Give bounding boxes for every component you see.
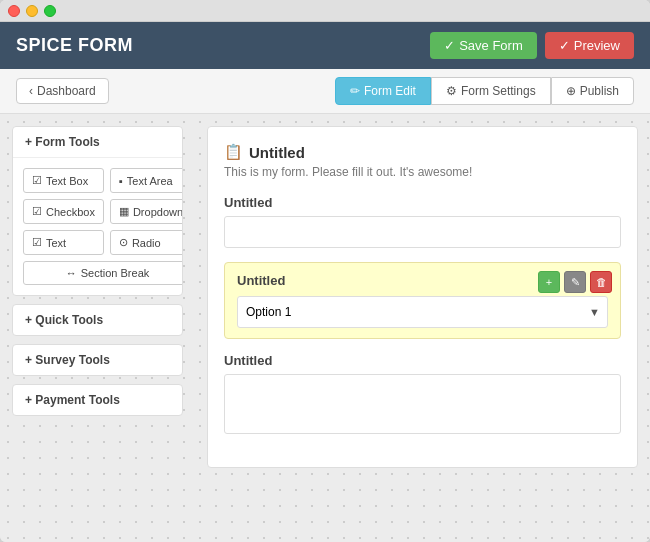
quick-tools-header[interactable]: + Quick Tools — [13, 305, 182, 335]
tab-publish[interactable]: ⊕ Publish — [551, 77, 634, 105]
section-break-icon: ↔ — [66, 267, 77, 279]
check-icon: ✓ — [444, 38, 455, 53]
radio-icon: ⊙ — [119, 236, 128, 249]
form-panel: 📋 Untitled This is my form. Please fill … — [207, 126, 638, 468]
publish-icon: ⊕ — [566, 84, 576, 98]
field-2-dropdown[interactable]: Option 1 — [237, 296, 608, 328]
field-2-actions: + ✎ 🗑 — [538, 271, 612, 293]
field-1-input[interactable] — [224, 216, 621, 248]
form-description: This is my form. Please fill it out. It'… — [224, 165, 621, 179]
field-2-edit-button[interactable]: ✎ — [564, 271, 586, 293]
form-tools-header[interactable]: + Form Tools — [13, 127, 182, 158]
textbox-icon: ☑ — [32, 174, 42, 187]
check-icon-preview: ✓ — [559, 38, 570, 53]
checkbox-tool[interactable]: ☑ Checkbox — [23, 199, 104, 224]
checkbox-icon: ☑ — [32, 205, 42, 218]
preview-button[interactable]: ✓ Preview — [545, 32, 634, 59]
app-window: SPICE FORM ✓ Save Form ✓ Preview ‹ Dashb… — [0, 0, 650, 542]
section-break-tool[interactable]: ↔ Section Break — [23, 261, 183, 285]
field-3-textarea[interactable] — [224, 374, 621, 434]
minimize-button[interactable] — [26, 5, 38, 17]
sidebar: + Form Tools ☑ Text Box ▪ Text Area ☑ Ch… — [0, 114, 195, 542]
payment-tools-section: + Payment Tools — [12, 384, 183, 416]
field-2-delete-button[interactable]: 🗑 — [590, 271, 612, 293]
radio-tool[interactable]: ⊙ Radio — [110, 230, 183, 255]
pencil-icon: ✏ — [350, 84, 360, 98]
form-canvas: 📋 Untitled This is my form. Please fill … — [195, 114, 650, 542]
form-name: 📋 Untitled — [224, 143, 621, 161]
dropdown-icon: ▦ — [119, 205, 129, 218]
form-icon: 📋 — [224, 143, 243, 161]
title-bar — [0, 0, 650, 22]
text-icon: ☑ — [32, 236, 42, 249]
form-tools-section: + Form Tools ☑ Text Box ▪ Text Area ☑ Ch… — [12, 126, 183, 296]
tab-group: ✏ Form Edit ⚙ Form Settings ⊕ Publish — [335, 77, 634, 105]
app-title: SPICE FORM — [16, 35, 133, 56]
payment-tools-header[interactable]: + Payment Tools — [13, 385, 182, 415]
save-form-button[interactable]: ✓ Save Form — [430, 32, 537, 59]
field-2-add-button[interactable]: + — [538, 271, 560, 293]
app-header: SPICE FORM ✓ Save Form ✓ Preview — [0, 22, 650, 69]
maximize-button[interactable] — [44, 5, 56, 17]
nav-bar: ‹ Dashboard ✏ Form Edit ⚙ Form Settings … — [0, 69, 650, 114]
dropdown-wrapper: Option 1 ▼ — [237, 296, 608, 328]
textarea-icon: ▪ — [119, 175, 123, 187]
text-tool[interactable]: ☑ Text — [23, 230, 104, 255]
form-title-area: 📋 Untitled This is my form. Please fill … — [224, 143, 621, 179]
form-tools-grid: ☑ Text Box ▪ Text Area ☑ Checkbox ▦ Drop… — [13, 158, 182, 295]
text-area-tool[interactable]: ▪ Text Area — [110, 168, 183, 193]
text-box-tool[interactable]: ☑ Text Box — [23, 168, 104, 193]
chevron-left-icon: ‹ — [29, 84, 33, 98]
main-content: + Form Tools ☑ Text Box ▪ Text Area ☑ Ch… — [0, 114, 650, 542]
dashboard-button[interactable]: ‹ Dashboard — [16, 78, 109, 104]
quick-tools-section: + Quick Tools — [12, 304, 183, 336]
settings-icon: ⚙ — [446, 84, 457, 98]
tab-form-settings[interactable]: ⚙ Form Settings — [431, 77, 551, 105]
field-3: Untitled — [224, 353, 621, 437]
header-buttons: ✓ Save Form ✓ Preview — [430, 32, 634, 59]
survey-tools-header[interactable]: + Survey Tools — [13, 345, 182, 375]
field-1: Untitled — [224, 195, 621, 248]
tab-form-edit[interactable]: ✏ Form Edit — [335, 77, 431, 105]
survey-tools-section: + Survey Tools — [12, 344, 183, 376]
dropdown-tool[interactable]: ▦ Dropdown — [110, 199, 183, 224]
field-2-active: Untitled + ✎ 🗑 Option 1 ▼ — [224, 262, 621, 339]
close-button[interactable] — [8, 5, 20, 17]
